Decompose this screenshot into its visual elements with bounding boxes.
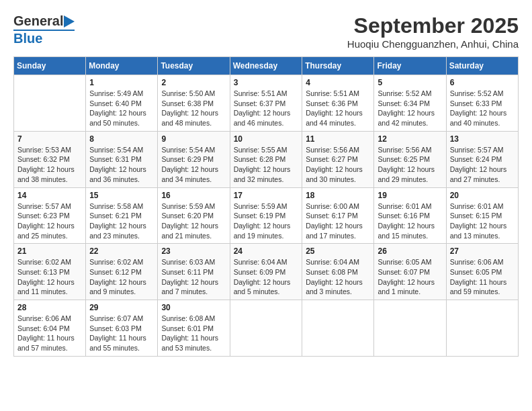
week-row-5: 28Sunrise: 6:06 AM Sunset: 6:04 PM Dayli… (14, 300, 519, 357)
day-number: 17 (234, 191, 299, 200)
day-cell: 24Sunrise: 6:04 AM Sunset: 6:09 PM Dayli… (230, 244, 302, 300)
day-cell: 7Sunrise: 5:53 AM Sunset: 6:32 PM Daylig… (14, 131, 86, 187)
day-number: 3 (234, 78, 299, 87)
day-cell: 28Sunrise: 6:06 AM Sunset: 6:04 PM Dayli… (14, 300, 86, 357)
day-cell: 4Sunrise: 5:51 AM Sunset: 6:36 PM Daylig… (302, 75, 374, 132)
day-info: Sunrise: 5:56 AM Sunset: 6:27 PM Dayligh… (306, 145, 370, 185)
day-cell (230, 300, 302, 357)
day-cell: 9Sunrise: 5:54 AM Sunset: 6:29 PM Daylig… (158, 131, 230, 187)
day-cell: 18Sunrise: 6:00 AM Sunset: 6:17 PM Dayli… (302, 187, 374, 244)
day-cell: 21Sunrise: 6:02 AM Sunset: 6:13 PM Dayli… (14, 244, 86, 300)
day-number: 5 (378, 78, 442, 87)
week-row-4: 21Sunrise: 6:02 AM Sunset: 6:13 PM Dayli… (14, 244, 519, 300)
day-info: Sunrise: 5:54 AM Sunset: 6:29 PM Dayligh… (161, 145, 226, 185)
day-info: Sunrise: 6:08 AM Sunset: 6:01 PM Dayligh… (161, 314, 226, 353)
day-cell: 3Sunrise: 5:51 AM Sunset: 6:37 PM Daylig… (230, 75, 302, 132)
day-number: 11 (306, 134, 370, 144)
title-block: September 2025 Huoqiu Chengguanzhen, Anh… (347, 13, 519, 50)
day-cell: 22Sunrise: 6:02 AM Sunset: 6:12 PM Dayli… (86, 244, 158, 300)
day-cell: 16Sunrise: 5:59 AM Sunset: 6:20 PM Dayli… (158, 187, 230, 244)
day-number: 2 (161, 78, 226, 87)
day-info: Sunrise: 5:54 AM Sunset: 6:31 PM Dayligh… (89, 145, 154, 185)
day-number: 19 (378, 191, 442, 200)
day-info: Sunrise: 5:57 AM Sunset: 6:24 PM Dayligh… (450, 145, 515, 185)
day-info: Sunrise: 5:52 AM Sunset: 6:34 PM Dayligh… (378, 89, 442, 128)
day-cell: 14Sunrise: 5:57 AM Sunset: 6:23 PM Dayli… (14, 187, 86, 244)
day-cell: 19Sunrise: 6:01 AM Sunset: 6:16 PM Dayli… (374, 187, 446, 244)
logo-blue-text: Blue (13, 31, 42, 46)
day-number: 7 (17, 134, 82, 144)
day-number: 24 (234, 246, 299, 256)
day-number: 10 (234, 134, 299, 144)
day-info: Sunrise: 6:01 AM Sunset: 6:16 PM Dayligh… (378, 201, 442, 241)
day-cell: 29Sunrise: 6:07 AM Sunset: 6:03 PM Dayli… (86, 300, 158, 357)
day-cell: 11Sunrise: 5:56 AM Sunset: 6:27 PM Dayli… (302, 131, 374, 187)
day-cell: 25Sunrise: 6:04 AM Sunset: 6:08 PM Dayli… (302, 244, 374, 300)
day-info: Sunrise: 5:55 AM Sunset: 6:28 PM Dayligh… (234, 145, 299, 185)
day-number: 29 (89, 303, 154, 312)
day-number: 9 (161, 134, 226, 144)
day-number: 22 (89, 246, 154, 256)
day-info: Sunrise: 5:58 AM Sunset: 6:21 PM Dayligh… (89, 201, 154, 241)
header-cell-monday: Monday (86, 57, 158, 75)
day-info: Sunrise: 6:07 AM Sunset: 6:03 PM Dayligh… (89, 314, 154, 353)
day-info: Sunrise: 6:03 AM Sunset: 6:11 PM Dayligh… (161, 257, 226, 297)
day-info: Sunrise: 5:57 AM Sunset: 6:23 PM Dayligh… (17, 201, 82, 241)
header-cell-sunday: Sunday (14, 57, 86, 75)
day-number: 25 (306, 246, 370, 256)
day-cell: 26Sunrise: 6:05 AM Sunset: 6:07 PM Dayli… (374, 244, 446, 300)
day-cell: 27Sunrise: 6:06 AM Sunset: 6:05 PM Dayli… (446, 244, 518, 300)
header-cell-saturday: Saturday (446, 57, 518, 75)
week-row-3: 14Sunrise: 5:57 AM Sunset: 6:23 PM Dayli… (14, 187, 519, 244)
day-number: 27 (450, 246, 515, 256)
calendar-body: 1Sunrise: 5:49 AM Sunset: 6:40 PM Daylig… (14, 75, 519, 357)
header-cell-tuesday: Tuesday (158, 57, 230, 75)
day-number: 21 (17, 246, 82, 256)
day-cell: 1Sunrise: 5:49 AM Sunset: 6:40 PM Daylig… (86, 75, 158, 132)
day-number: 14 (17, 191, 82, 200)
day-number: 12 (378, 134, 442, 144)
page-title: September 2025 (347, 13, 519, 38)
day-number: 26 (378, 246, 442, 256)
header-cell-thursday: Thursday (302, 57, 374, 75)
day-cell: 17Sunrise: 5:59 AM Sunset: 6:19 PM Dayli… (230, 187, 302, 244)
day-number: 28 (17, 303, 82, 312)
logo-general-text: General (13, 13, 63, 29)
day-cell: 23Sunrise: 6:03 AM Sunset: 6:11 PM Dayli… (158, 244, 230, 300)
day-cell: 13Sunrise: 5:57 AM Sunset: 6:24 PM Dayli… (446, 131, 518, 187)
day-cell: 12Sunrise: 5:56 AM Sunset: 6:25 PM Dayli… (374, 131, 446, 187)
header-cell-friday: Friday (374, 57, 446, 75)
logo: General Blue (13, 13, 75, 46)
day-cell: 5Sunrise: 5:52 AM Sunset: 6:34 PM Daylig… (374, 75, 446, 132)
day-info: Sunrise: 5:53 AM Sunset: 6:32 PM Dayligh… (17, 145, 82, 185)
day-info: Sunrise: 6:06 AM Sunset: 6:05 PM Dayligh… (450, 257, 515, 297)
day-info: Sunrise: 6:00 AM Sunset: 6:17 PM Dayligh… (306, 201, 370, 241)
day-number: 30 (161, 303, 226, 312)
day-cell: 10Sunrise: 5:55 AM Sunset: 6:28 PM Dayli… (230, 131, 302, 187)
day-cell (302, 300, 374, 357)
page-header: General Blue September 2025 Huoqiu Cheng… (13, 13, 519, 50)
day-cell: 8Sunrise: 5:54 AM Sunset: 6:31 PM Daylig… (86, 131, 158, 187)
day-number: 6 (450, 78, 515, 87)
day-info: Sunrise: 6:02 AM Sunset: 6:12 PM Dayligh… (89, 257, 154, 297)
day-cell (14, 75, 86, 132)
day-info: Sunrise: 5:59 AM Sunset: 6:20 PM Dayligh… (161, 201, 226, 241)
day-cell: 6Sunrise: 5:52 AM Sunset: 6:33 PM Daylig… (446, 75, 518, 132)
day-cell: 30Sunrise: 6:08 AM Sunset: 6:01 PM Dayli… (158, 300, 230, 357)
day-info: Sunrise: 6:04 AM Sunset: 6:09 PM Dayligh… (234, 257, 299, 297)
header-cell-wednesday: Wednesday (230, 57, 302, 75)
day-info: Sunrise: 5:51 AM Sunset: 6:37 PM Dayligh… (234, 89, 299, 128)
logo-arrow-icon (64, 15, 75, 28)
page-subtitle: Huoqiu Chengguanzhen, Anhui, China (347, 38, 519, 50)
day-cell (374, 300, 446, 357)
day-info: Sunrise: 5:56 AM Sunset: 6:25 PM Dayligh… (378, 145, 442, 185)
day-number: 18 (306, 191, 370, 200)
day-info: Sunrise: 5:59 AM Sunset: 6:19 PM Dayligh… (234, 201, 299, 241)
day-info: Sunrise: 6:02 AM Sunset: 6:13 PM Dayligh… (17, 257, 82, 297)
day-info: Sunrise: 6:01 AM Sunset: 6:15 PM Dayligh… (450, 201, 515, 241)
day-info: Sunrise: 6:06 AM Sunset: 6:04 PM Dayligh… (17, 314, 82, 353)
day-info: Sunrise: 6:04 AM Sunset: 6:08 PM Dayligh… (306, 257, 370, 297)
week-row-1: 1Sunrise: 5:49 AM Sunset: 6:40 PM Daylig… (14, 75, 519, 132)
day-info: Sunrise: 5:49 AM Sunset: 6:40 PM Dayligh… (89, 89, 154, 128)
day-cell: 15Sunrise: 5:58 AM Sunset: 6:21 PM Dayli… (86, 187, 158, 244)
